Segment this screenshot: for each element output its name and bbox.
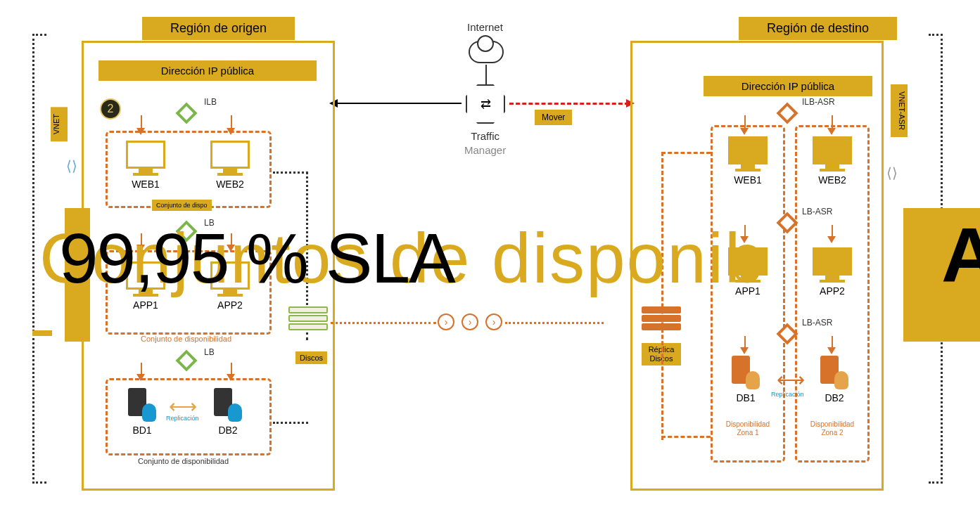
tgt-app1-label: APP1: [723, 285, 772, 297]
internet-label: Internet: [467, 21, 503, 33]
source-discos-label: Discos: [295, 351, 327, 364]
repl-flow-1: [331, 322, 436, 324]
target-web2: WEB2: [808, 136, 857, 186]
source-app2: APP2: [205, 261, 255, 311]
db-icon: [746, 371, 760, 389]
tm-text-1: Traffic: [471, 130, 499, 142]
left-gold-block-2: [32, 330, 52, 336]
mover-label: Mover: [535, 110, 572, 125]
target-app1: APP1: [723, 247, 772, 297]
tgt-app2-label: APP2: [808, 285, 857, 297]
disk-layer: [288, 315, 328, 322]
cube-icon: [139, 148, 156, 165]
source-web1: WEB1: [121, 141, 170, 190]
target-web1: WEB1: [723, 136, 772, 186]
src-db2-label: DB2: [207, 425, 249, 436]
zone2-label: Disponibilidad Zona 2: [803, 420, 861, 437]
tgt-lb2-arr-2: [827, 347, 836, 354]
target-ilb-label: ILB-ASR: [802, 97, 835, 107]
source-app1: APP1: [121, 261, 170, 311]
tgt-lb1-arr-2: [827, 236, 836, 243]
source-badge-2: 2: [100, 98, 121, 119]
tm-right-arrow: [509, 103, 629, 105]
source-lb2-label: LB: [204, 347, 215, 357]
chev-3: ›: [485, 313, 502, 330]
src-web1-label: WEB1: [121, 179, 170, 190]
replica-path-bottom: [661, 436, 711, 438]
source-vnet-icon: ⟨⟩: [66, 157, 77, 174]
source-region-title: Región de origen: [142, 17, 295, 40]
tgt-repl-label: Replicación: [771, 391, 804, 398]
src-dot-2: [273, 422, 308, 424]
src-ilb-line-1: [141, 115, 142, 129]
left-gold-block-1: [65, 208, 90, 342]
tgt-web1-label: WEB1: [723, 174, 772, 186]
tgt-lb2-arr-1: [740, 347, 749, 354]
tgt-repl-arrow: ⟷: [777, 368, 805, 392]
source-db1: BD1: [121, 388, 163, 436]
target-lb1-label: LB-ASR: [802, 207, 832, 216]
disk-layer: [288, 306, 328, 313]
source-vnet-tab: VNET: [51, 107, 68, 141]
src-avail-1: Conjunto de dispo: [152, 200, 212, 211]
src-app2-label: APP2: [205, 299, 255, 311]
cube-icon: [224, 269, 241, 286]
db-icon: [142, 403, 156, 422]
target-vnet-tab: VNET-ASR: [891, 84, 908, 137]
tm-left-arrow: [338, 103, 462, 104]
tgt-lb1-arr-1: [740, 236, 749, 243]
target-db1: DB1: [725, 356, 767, 403]
source-web2: WEB2: [205, 141, 255, 190]
cube-icon: [224, 148, 241, 165]
src-db1-label: BD1: [121, 425, 163, 436]
target-public-ip: Dirección IP pública: [704, 76, 872, 96]
zone1-label: Disponibilidad Zona 1: [719, 420, 777, 437]
cube-icon: [139, 269, 156, 286]
tgt-db2-label: DB2: [813, 392, 855, 403]
src-repl-label: Replicación: [166, 415, 199, 422]
src-avail-2: Conjunto de disponibilidad: [141, 335, 231, 343]
replica-path-top: [661, 152, 711, 440]
outer-bracket-left: [32, 34, 46, 484]
src-app1-label: APP1: [121, 299, 170, 311]
traffic-manager-icon: ⇄: [466, 84, 505, 124]
chev-1: ›: [438, 313, 454, 330]
cloud-icon: [469, 41, 504, 63]
source-public-ip: Dirección IP pública: [98, 60, 317, 81]
target-vnet-icon: ⟨⟩: [886, 164, 898, 181]
tgt-web2-label: WEB2: [808, 174, 857, 186]
right-gold-block: [903, 208, 980, 342]
source-db2: DB2: [207, 388, 249, 436]
src-avail-3: Conjunto de disponibilidad: [138, 457, 229, 465]
source-ilb-label: ILB: [204, 97, 217, 107]
source-disk-stack: [288, 306, 328, 335]
src-web2-label: WEB2: [205, 179, 255, 190]
target-app2: APP2: [808, 247, 857, 297]
tm-text-2: Manager: [464, 144, 506, 156]
chev-2: ›: [462, 313, 478, 330]
disk-layer: [288, 323, 328, 330]
repl-flow-2: [505, 322, 604, 324]
source-lb1-label: LB: [204, 218, 215, 228]
db-icon: [228, 403, 242, 422]
traffic-manager-label: Traffic Manager: [464, 129, 506, 157]
target-lb2-label: LB-ASR: [802, 318, 832, 328]
db-icon: [834, 371, 848, 389]
tgt-db1-label: DB1: [725, 392, 767, 403]
src-ilb-line-2: [231, 115, 232, 129]
cloud-to-tm-line: [485, 65, 487, 84]
target-region-title: Región de destino: [739, 17, 897, 40]
target-db2: DB2: [813, 356, 855, 403]
